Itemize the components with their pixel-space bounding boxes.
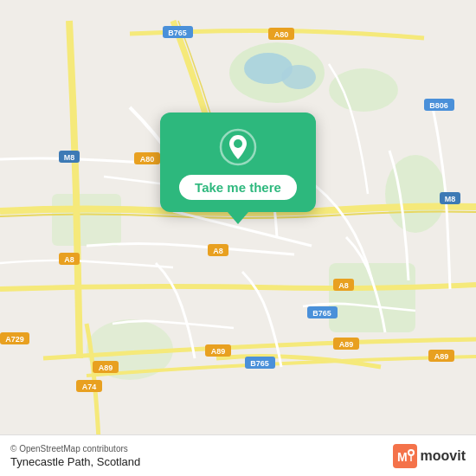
svg-text:A89: A89: [99, 363, 113, 372]
svg-text:M: M: [397, 450, 408, 464]
svg-text:M8: M8: [445, 195, 456, 203]
svg-point-2: [329, 68, 398, 112]
bottom-bar: © OpenStreetMap contributors Tynecastle …: [0, 434, 476, 476]
svg-text:A729: A729: [5, 335, 24, 344]
svg-rect-3: [329, 263, 415, 332]
svg-point-44: [234, 139, 242, 148]
location-name: Tynecastle Path, Scotland: [10, 455, 140, 468]
osm-attribution: © OpenStreetMap contributors: [10, 444, 140, 453]
svg-point-8: [281, 65, 316, 89]
svg-text:B765: B765: [168, 29, 187, 37]
svg-text:A80: A80: [274, 30, 289, 39]
svg-text:A8: A8: [64, 255, 74, 264]
svg-text:A80: A80: [140, 155, 155, 164]
svg-text:B765: B765: [250, 359, 269, 368]
map-background: B765 A80 A80 M8 M8 A8 A8 A8 B806 B765 B7…: [0, 0, 476, 476]
take-me-there-button[interactable]: Take me there: [179, 175, 297, 200]
svg-text:A89: A89: [339, 340, 354, 349]
popup-card: Take me there: [160, 113, 316, 212]
location-pin-icon: [219, 128, 257, 166]
svg-text:M8: M8: [64, 153, 75, 162]
svg-text:A89: A89: [434, 352, 449, 361]
moovit-text: moovit: [421, 448, 466, 464]
bottom-left-info: © OpenStreetMap contributors Tynecastle …: [10, 444, 140, 468]
svg-text:B765: B765: [312, 309, 331, 318]
moovit-logo: M moovit: [393, 444, 466, 468]
map-container: B765 A80 A80 M8 M8 A8 A8 A8 B806 B765 B7…: [0, 0, 476, 476]
svg-text:A89: A89: [211, 347, 226, 356]
svg-point-48: [409, 451, 413, 454]
svg-rect-4: [52, 194, 121, 246]
moovit-logo-icon: M: [393, 444, 417, 468]
svg-text:A74: A74: [82, 383, 97, 391]
svg-text:A8: A8: [338, 281, 349, 290]
svg-text:B806: B806: [429, 101, 448, 110]
svg-text:A8: A8: [213, 247, 223, 255]
